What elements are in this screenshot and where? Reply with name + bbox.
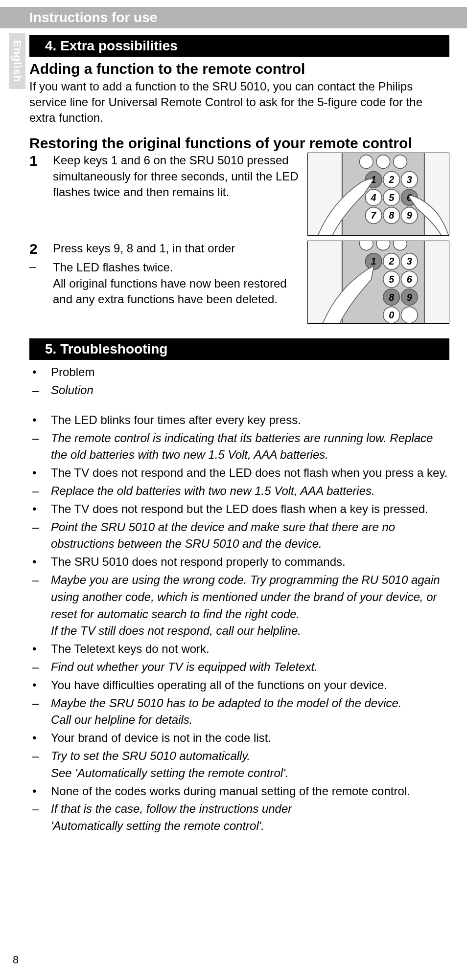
- dash-mark: –: [29, 483, 51, 500]
- svg-text:9: 9: [407, 210, 412, 221]
- bullet-mark: •: [29, 641, 51, 658]
- step-1-part-a: Keep keys 1 and 6 on the SRU 5010 presse…: [53, 154, 289, 167]
- svg-text:3: 3: [407, 256, 412, 267]
- solution-text: Maybe the SRU 5010 has to be adapted to …: [51, 695, 449, 729]
- dash-mark: –: [29, 572, 51, 640]
- svg-text:3: 3: [407, 174, 412, 185]
- troubleshooting-solution: –Replace the old batteries with two new …: [29, 483, 449, 500]
- step-2-result-text: The LED flashes twice. All original func…: [53, 260, 299, 307]
- step-1-text: Keep keys 1 and 6 on the SRU 5010 presse…: [53, 153, 299, 200]
- solution-text: The remote control is indicating that it…: [51, 430, 449, 464]
- step-number: 1: [29, 153, 40, 200]
- paragraph-adding-function: If you want to add a function to the SRU…: [29, 79, 449, 126]
- troubleshooting-list: • Problem – Solution •The LED blinks fou…: [29, 364, 449, 835]
- svg-text:8: 8: [389, 292, 394, 303]
- bullet-mark: •: [29, 364, 51, 381]
- troubleshooting-solution: –The remote control is indicating that i…: [29, 430, 449, 464]
- problem-text: The Teletext keys do not work.: [51, 641, 449, 658]
- dash-mark: –: [29, 519, 51, 553]
- troubleshooting-solution: –Maybe the SRU 5010 has to be adapted to…: [29, 695, 449, 729]
- dash-mark: –: [29, 260, 40, 307]
- bullet-mark: •: [29, 783, 51, 800]
- legend-problem-text: Problem: [51, 364, 449, 381]
- legend-problem: • Problem: [29, 364, 449, 381]
- bullet-mark: •: [29, 730, 51, 747]
- heading-restoring: Restoring the original functions of your…: [29, 135, 449, 152]
- page-number: 8: [13, 954, 19, 966]
- dash-mark: –: [29, 430, 51, 464]
- step-2-result: – The LED flashes twice. All original fu…: [29, 260, 299, 307]
- svg-text:2: 2: [388, 174, 394, 185]
- problem-text: The TV does not respond and the LED does…: [51, 465, 449, 482]
- troubleshooting-problem: •None of the codes works during manual s…: [29, 783, 449, 800]
- svg-point-1: [359, 155, 373, 169]
- problem-text: None of the codes works during manual se…: [51, 783, 449, 800]
- troubleshooting-solution: –Find out whether your TV is equipped wi…: [29, 659, 449, 676]
- solution-text: Replace the old batteries with two new 1…: [51, 483, 449, 500]
- section-5-bar: 5. Troubleshooting: [29, 338, 449, 360]
- problem-text: You have difficulties operating all of t…: [51, 677, 449, 694]
- illustration-keys-981: 1 2 3 5 6 8 9 0: [307, 241, 449, 324]
- troubleshooting-solution: –If that is the case, follow the instruc…: [29, 801, 449, 835]
- svg-text:1: 1: [371, 256, 376, 267]
- bullet-mark: •: [29, 554, 51, 571]
- page-content: 4. Extra possibilities Adding a function…: [0, 28, 467, 835]
- troubleshooting-problem: •The TV does not respond but the LED doe…: [29, 501, 449, 518]
- dash-mark: –: [29, 748, 51, 782]
- troubleshooting-problem: •Your brand of device is not in the code…: [29, 730, 449, 747]
- solution-text: Maybe you are using the wrong code. Try …: [51, 572, 449, 640]
- troubleshooting-problem: •The Teletext keys do not work.: [29, 641, 449, 658]
- step-2-result-a: The LED flashes twice.: [53, 261, 173, 274]
- dash-mark: –: [29, 382, 51, 399]
- problem-text: The TV does not respond but the LED does…: [51, 501, 449, 518]
- bullet-mark: •: [29, 412, 51, 429]
- svg-text:6: 6: [407, 274, 413, 285]
- step-2: 2 Press keys 9, 8 and 1, in that order: [29, 241, 299, 257]
- dash-mark: –: [29, 801, 51, 835]
- dash-mark: –: [29, 659, 51, 676]
- step-1-strong: simultaneously for three seconds: [53, 170, 225, 183]
- troubleshooting-problem: •The LED blinks four times after every k…: [29, 412, 449, 429]
- svg-text:0: 0: [389, 310, 394, 320]
- heading-adding-function: Adding a function to the remote control: [29, 61, 449, 78]
- troubleshooting-problem: •The SRU 5010 does not respond properly …: [29, 554, 449, 571]
- page-header: Instructions for use: [0, 7, 467, 28]
- solution-text: Try to set the SRU 5010 automatically.Se…: [51, 748, 449, 782]
- solution-text: If that is the case, follow the instruct…: [51, 801, 449, 835]
- bullet-mark: •: [29, 677, 51, 694]
- svg-point-42: [401, 307, 418, 324]
- illustration-keys-1-6: 1 2 3 4 5 6 7 8 9: [307, 153, 449, 236]
- svg-point-3: [394, 155, 407, 169]
- troubleshooting-solution: –Try to set the SRU 5010 automatically.S…: [29, 748, 449, 782]
- problem-text: The LED blinks four times after every ke…: [51, 412, 449, 429]
- section-4-bar: 4. Extra possibilities: [29, 35, 449, 57]
- svg-text:5: 5: [389, 192, 395, 203]
- legend-solution-text: Solution: [51, 382, 449, 399]
- bullet-mark: •: [29, 501, 51, 518]
- svg-text:8: 8: [389, 210, 394, 221]
- troubleshooting-problem: •The TV does not respond and the LED doe…: [29, 465, 449, 482]
- solution-text: Point the SRU 5010 at the device and mak…: [51, 519, 449, 553]
- step-number: 2: [29, 241, 40, 257]
- step-2-text: Press keys 9, 8 and 1, in that order: [53, 241, 235, 257]
- solution-text: Find out whether your TV is equipped wit…: [51, 659, 449, 676]
- step-2-result-b: All original functions have now been res…: [53, 277, 287, 306]
- svg-text:9: 9: [407, 292, 412, 303]
- svg-text:7: 7: [371, 210, 377, 221]
- svg-text:4: 4: [371, 192, 376, 203]
- troubleshooting-solution: –Point the SRU 5010 at the device and ma…: [29, 519, 449, 553]
- troubleshooting-problem: •You have difficulties operating all of …: [29, 677, 449, 694]
- svg-text:5: 5: [389, 274, 395, 285]
- svg-text:2: 2: [388, 256, 394, 267]
- problem-text: The SRU 5010 does not respond properly t…: [51, 554, 449, 571]
- language-tab: English: [9, 33, 25, 89]
- svg-point-2: [376, 155, 390, 169]
- legend-solution: – Solution: [29, 382, 449, 399]
- dash-mark: –: [29, 695, 51, 729]
- step-1: 1 Keep keys 1 and 6 on the SRU 5010 pres…: [29, 153, 299, 200]
- troubleshooting-solution: –Maybe you are using the wrong code. Try…: [29, 572, 449, 640]
- bullet-mark: •: [29, 465, 51, 482]
- problem-text: Your brand of device is not in the code …: [51, 730, 449, 747]
